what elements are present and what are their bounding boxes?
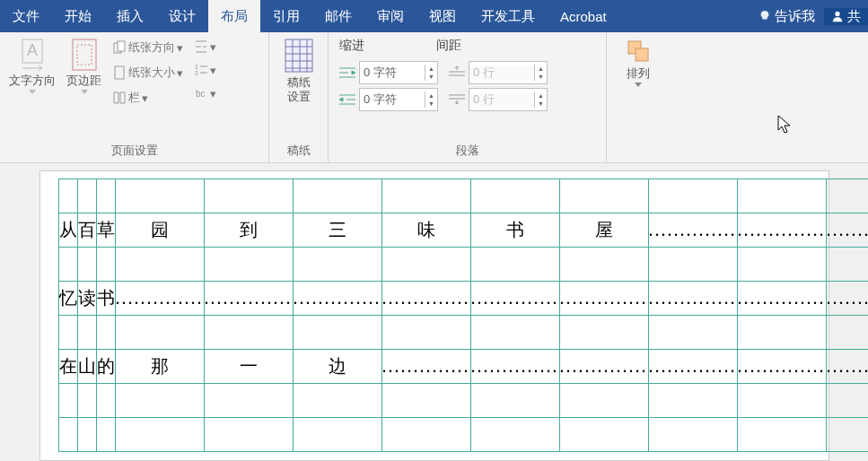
genko-cell[interactable]: 山 (77, 350, 96, 384)
genko-cell[interactable]: .............. (559, 282, 648, 316)
genko-settings-button[interactable]: 稿纸 设置 (280, 36, 318, 105)
genko-cell[interactable]: .............. (115, 282, 204, 316)
genko-cell[interactable]: .............. (470, 282, 559, 316)
genko-cell[interactable]: 草 (96, 213, 115, 248)
text-direction-label: 文字方向 (9, 74, 56, 88)
cursor-icon (777, 115, 793, 135)
genko-cell[interactable]: 园 (115, 213, 204, 248)
spin-up[interactable]: ▲ (425, 65, 437, 73)
tell-me-search[interactable]: 告诉我 (750, 8, 824, 25)
genko-cell[interactable]: 的 (96, 350, 115, 384)
tell-me-label: 告诉我 (775, 8, 815, 25)
genko-cell[interactable]: .............. (826, 282, 868, 316)
indent-right-input[interactable]: ▲▼ (359, 88, 438, 111)
columns-icon (112, 91, 127, 105)
indent-left-icon (339, 66, 355, 79)
svg-rect-11 (285, 39, 312, 72)
spin-up[interactable]: ▲ (425, 91, 437, 100)
margins-button[interactable]: 页边距 (63, 36, 105, 96)
space-before-input[interactable]: ▲▼ (469, 61, 548, 84)
tab-home[interactable]: 开始 (52, 0, 104, 32)
document-area: 从百草园到三味书屋...............................… (0, 163, 868, 461)
size-button[interactable]: 纸张大小 ▾ (109, 63, 187, 83)
genko-cell[interactable]: .............. (204, 282, 293, 316)
breaks-button[interactable]: ▾ (190, 38, 220, 56)
indent-right-field[interactable] (360, 93, 425, 107)
genko-cell[interactable]: 那 (115, 350, 204, 384)
genko-cell[interactable]: .............. (293, 282, 381, 316)
genko-cell[interactable]: 味 (381, 213, 470, 248)
dropdown-icon: ▾ (142, 91, 148, 105)
tab-references[interactable]: 引用 (260, 0, 312, 32)
genko-cell[interactable]: .............. (826, 350, 868, 384)
spin-up[interactable]: ▲ (535, 65, 547, 73)
genko-cell[interactable]: .............. (737, 350, 826, 384)
genko-cell[interactable]: .............. (648, 213, 737, 248)
genko-cell[interactable]: 一 (204, 350, 293, 384)
genko-cell[interactable]: .............. (648, 350, 737, 384)
tab-acrobat[interactable]: Acrobat (548, 0, 619, 32)
genko-cell[interactable]: .............. (470, 350, 559, 384)
genko-cell[interactable]: .............. (737, 213, 826, 248)
orientation-button[interactable]: 纸张方向 ▾ (109, 38, 187, 57)
genko-cell[interactable]: 书 (96, 282, 115, 316)
dropdown-icon (81, 90, 88, 94)
spin-down[interactable]: ▼ (535, 100, 547, 108)
genko-cell[interactable]: 在 (58, 350, 77, 384)
tab-review[interactable]: 审阅 (364, 0, 416, 32)
tab-file[interactable]: 文件 (0, 0, 52, 32)
spin-down[interactable]: ▼ (535, 73, 547, 81)
genko-cell[interactable]: 到 (204, 213, 293, 248)
text-direction-button[interactable]: A 文字方向 (5, 36, 59, 96)
spin-down[interactable]: ▼ (425, 100, 437, 108)
genko-cell[interactable]: 边 (293, 350, 381, 384)
person-icon (831, 10, 844, 22)
svg-text:2: 2 (195, 70, 198, 76)
genko-cell[interactable]: 从 (58, 213, 77, 248)
tab-insert[interactable]: 插入 (104, 0, 156, 32)
document-page[interactable]: 从百草园到三味书屋...............................… (39, 170, 829, 461)
genko-cell[interactable]: 读 (77, 282, 96, 316)
hyphenation-button[interactable]: bc ▾ (190, 84, 220, 102)
orientation-icon (112, 40, 127, 55)
svg-rect-4 (77, 45, 92, 65)
page-size-icon (112, 65, 127, 80)
genko-cell[interactable]: .............. (648, 282, 737, 316)
dropdown-icon: ▾ (210, 87, 216, 100)
indent-left-field[interactable] (360, 66, 425, 80)
dropdown-icon: ▾ (210, 40, 216, 54)
genko-cell[interactable]: 三 (293, 213, 381, 248)
table-row: 在山的那一边..................................… (58, 350, 868, 384)
tab-design[interactable]: 设计 (156, 0, 208, 32)
genko-cell[interactable]: .............. (381, 282, 470, 316)
spin-down[interactable]: ▼ (425, 73, 437, 81)
spin-up[interactable]: ▲ (535, 91, 547, 100)
genko-cell[interactable]: 忆 (58, 282, 77, 316)
genko-cell[interactable]: .............. (559, 350, 648, 384)
tab-layout[interactable]: 布局 (208, 0, 260, 32)
arrange-icon (625, 38, 652, 65)
genko-cell[interactable]: .............. (737, 282, 826, 316)
tab-developer[interactable]: 开发工具 (469, 0, 548, 32)
genko-cell[interactable]: 书 (470, 213, 559, 248)
table-row: 从百草园到三味书屋...............................… (58, 213, 868, 248)
genko-group-label: 稿纸 (275, 141, 322, 162)
space-after-field[interactable] (469, 93, 534, 107)
breaks-icon (194, 39, 208, 54)
genko-cell[interactable]: 屋 (559, 213, 648, 248)
space-before-field[interactable] (469, 66, 534, 80)
arrange-button[interactable]: 排列 (621, 36, 655, 89)
svg-rect-7 (115, 66, 124, 79)
tab-mailings[interactable]: 邮件 (312, 0, 364, 32)
space-after-input[interactable]: ▲▼ (469, 88, 548, 111)
columns-button[interactable]: 栏 ▾ (109, 88, 187, 108)
genko-cell[interactable]: 百 (77, 213, 96, 248)
line-numbers-button[interactable]: 12 ▾ (190, 61, 220, 79)
genko-cell[interactable]: .............. (826, 213, 868, 248)
indent-left-input[interactable]: ▲▼ (359, 61, 438, 84)
share-button[interactable]: 共 (824, 8, 868, 25)
tab-view[interactable]: 视图 (416, 0, 469, 32)
size-label: 纸张大小 (128, 65, 175, 81)
genko-settings-label: 稿纸 设置 (287, 75, 311, 103)
genko-cell[interactable]: .............. (381, 350, 470, 384)
